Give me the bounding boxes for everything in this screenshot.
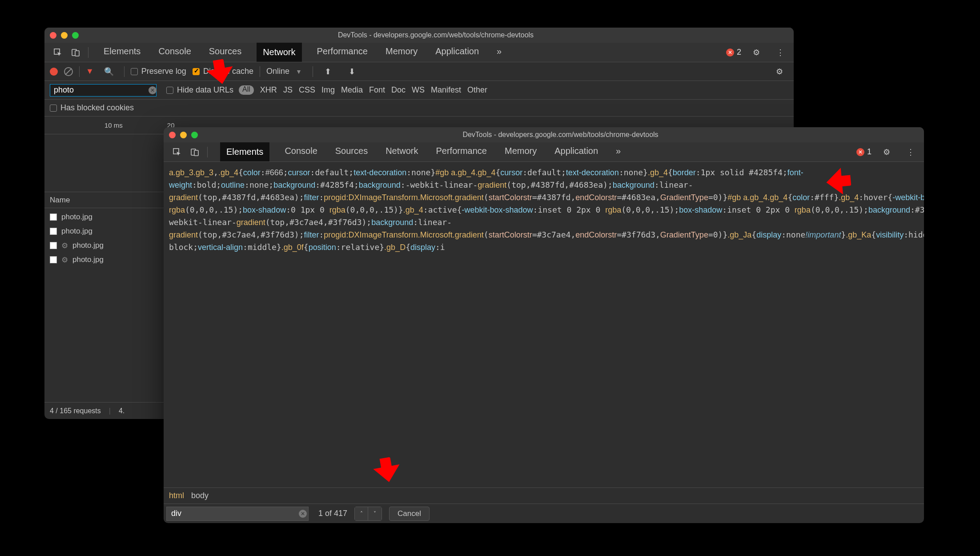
filter-ws[interactable]: WS bbox=[412, 85, 425, 95]
tabs-overflow-icon[interactable]: » bbox=[494, 43, 504, 62]
image-file-icon bbox=[50, 228, 57, 235]
filter-row: ✕ Hide data URLs All XHR JS CSS Img Medi… bbox=[44, 81, 794, 100]
find-nav: ˄ ˅ bbox=[354, 507, 382, 521]
find-count: 1 of 417 bbox=[314, 509, 352, 518]
window-minimize-button[interactable] bbox=[61, 32, 68, 39]
filter-doc[interactable]: Doc bbox=[391, 85, 406, 95]
filter-xhr[interactable]: XHR bbox=[260, 85, 277, 95]
window-maximize-button[interactable] bbox=[191, 132, 198, 138]
crumb-html[interactable]: html bbox=[169, 491, 184, 500]
kebab-menu-icon[interactable]: ⋮ bbox=[774, 46, 787, 59]
tab-memory[interactable]: Memory bbox=[502, 142, 539, 161]
clear-find-icon[interactable]: ✕ bbox=[299, 510, 307, 518]
window-minimize-button[interactable] bbox=[180, 132, 187, 138]
tab-console[interactable]: Console bbox=[156, 43, 193, 62]
main-toolbar: Elements Console Sources Network Perform… bbox=[164, 142, 924, 162]
error-badge[interactable]: ✕ 2 bbox=[726, 48, 741, 57]
filter-other[interactable]: Other bbox=[467, 85, 487, 95]
find-bar: ✕ 1 of 417 ˄ ˅ Cancel bbox=[164, 504, 924, 523]
panel-tabs: Elements Console Sources Network Perform… bbox=[220, 142, 623, 161]
record-button[interactable] bbox=[50, 68, 58, 76]
device-toggle-icon[interactable] bbox=[189, 146, 201, 158]
find-prev-button[interactable]: ˄ bbox=[355, 507, 368, 520]
tab-console[interactable]: Console bbox=[282, 142, 320, 161]
throttling-select[interactable]: Online bbox=[266, 67, 289, 76]
titlebar: DevTools - developers.google.com/web/too… bbox=[164, 127, 924, 142]
window-title: DevTools - developers.google.com/web/too… bbox=[202, 131, 919, 139]
error-icon: ✕ bbox=[856, 148, 864, 156]
window-close-button[interactable] bbox=[169, 132, 176, 138]
device-toggle-icon[interactable] bbox=[69, 46, 82, 59]
filter-toggle-icon[interactable]: ▼ bbox=[86, 67, 94, 76]
devtools-window-elements: DevTools - developers.google.com/web/too… bbox=[164, 127, 924, 523]
clear-icon[interactable] bbox=[64, 67, 73, 76]
tab-application[interactable]: Application bbox=[552, 142, 601, 161]
preserve-log-checkbox[interactable]: Preserve log bbox=[131, 67, 186, 76]
inspect-element-icon[interactable] bbox=[171, 146, 183, 158]
clear-filter-icon[interactable]: ✕ bbox=[149, 86, 157, 94]
window-title: DevTools - developers.google.com/web/too… bbox=[83, 31, 788, 39]
error-icon: ✕ bbox=[726, 48, 734, 56]
inspect-element-icon[interactable] bbox=[52, 46, 64, 59]
window-maximize-button[interactable] bbox=[72, 32, 79, 39]
tab-sources[interactable]: Sources bbox=[333, 142, 370, 161]
svg-rect-2 bbox=[75, 51, 79, 56]
tab-sources[interactable]: Sources bbox=[206, 43, 244, 62]
chevron-down-icon[interactable]: ▼ bbox=[296, 68, 302, 75]
network-toolbar: ▼ 🔍 Preserve log Disable cache Online ▼ … bbox=[44, 62, 794, 81]
find-next-button[interactable]: ˅ bbox=[368, 507, 382, 520]
tab-elements[interactable]: Elements bbox=[220, 142, 269, 161]
filter-font[interactable]: Font bbox=[369, 85, 385, 95]
file-icon bbox=[50, 256, 57, 263]
filter-manifest[interactable]: Manifest bbox=[431, 85, 461, 95]
image-file-icon bbox=[50, 214, 57, 221]
svg-rect-5 bbox=[194, 150, 198, 156]
settings-gear-icon[interactable]: ⚙ bbox=[750, 46, 763, 59]
search-icon[interactable]: 🔍 bbox=[103, 65, 115, 78]
tab-elements[interactable]: Elements bbox=[101, 43, 143, 62]
filter-types: All XHR JS CSS Img Media Font Doc WS Man… bbox=[239, 85, 487, 95]
cancel-button[interactable]: Cancel bbox=[389, 507, 430, 521]
tab-network[interactable]: Network bbox=[257, 43, 301, 62]
filter-css[interactable]: CSS bbox=[299, 85, 315, 95]
error-badge[interactable]: ✕ 1 bbox=[856, 147, 872, 157]
filter-js[interactable]: JS bbox=[283, 85, 293, 95]
tab-application[interactable]: Application bbox=[433, 43, 482, 62]
blocked-cookies-checkbox[interactable]: Has blocked cookies bbox=[50, 103, 134, 113]
request-count: 4 / 165 requests bbox=[50, 407, 101, 415]
upload-har-icon[interactable]: ⬆ bbox=[322, 65, 334, 78]
network-settings-gear-icon[interactable]: ⚙ bbox=[773, 65, 786, 78]
titlebar: DevTools - developers.google.com/web/too… bbox=[44, 28, 794, 43]
tab-network[interactable]: Network bbox=[383, 142, 421, 161]
find-input[interactable] bbox=[166, 507, 309, 521]
settings-gear-icon[interactable]: ⚙ bbox=[880, 146, 893, 158]
tab-performance[interactable]: Performance bbox=[434, 142, 490, 161]
file-icon bbox=[50, 242, 57, 249]
filter-media[interactable]: Media bbox=[341, 85, 363, 95]
crumb-body[interactable]: body bbox=[191, 491, 209, 500]
window-close-button[interactable] bbox=[50, 32, 56, 39]
kebab-menu-icon[interactable]: ⋮ bbox=[904, 146, 917, 158]
tabs-overflow-icon[interactable]: » bbox=[613, 142, 623, 161]
elements-source-view[interactable]: a.gb_3.gb_3,.gb_4{color:#666;cursor:defa… bbox=[164, 162, 924, 488]
breadcrumb: html body bbox=[164, 488, 924, 504]
filter-img[interactable]: Img bbox=[321, 85, 335, 95]
blocked-cookies-row: Has blocked cookies bbox=[44, 100, 794, 117]
tab-memory[interactable]: Memory bbox=[383, 43, 420, 62]
filter-input[interactable] bbox=[50, 84, 157, 97]
download-har-icon[interactable]: ⬇ bbox=[346, 65, 358, 78]
panel-tabs: Elements Console Sources Network Perform… bbox=[101, 43, 504, 62]
tab-performance[interactable]: Performance bbox=[314, 43, 371, 62]
main-toolbar: Elements Console Sources Network Perform… bbox=[44, 43, 794, 62]
filter-all[interactable]: All bbox=[239, 85, 254, 95]
